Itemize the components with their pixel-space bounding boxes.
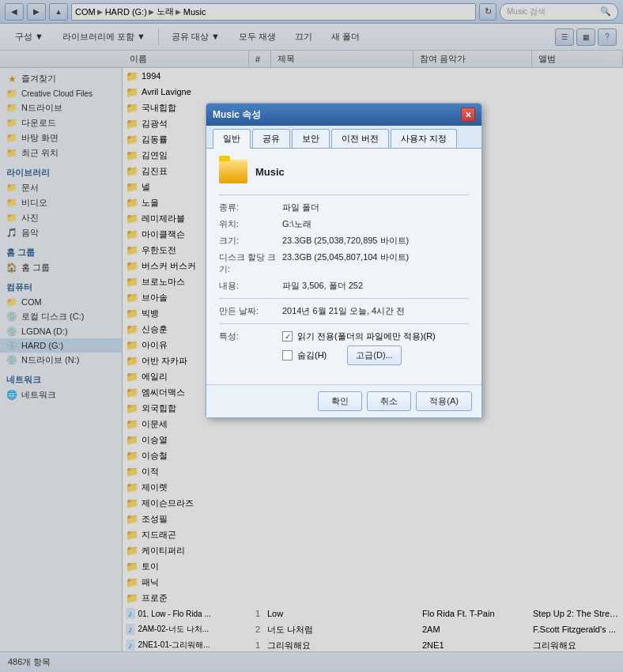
tab-previous-versions[interactable]: 이전 버전 bbox=[331, 129, 389, 148]
checkbox-row-readonly: 읽기 전용(폴더의 파일에만 적용)(R) bbox=[282, 330, 469, 342]
dialog-row-date: 만든 날짜: 2014년 6월 21일 오늘, 4시간 전 bbox=[219, 305, 469, 317]
dialog-row-type: 종류: 파일 폴더 bbox=[219, 202, 469, 213]
readonly-label: 읽기 전용(폴더의 파일에만 적용)(R) bbox=[297, 330, 436, 342]
dialog-folder-header: Music bbox=[219, 160, 469, 183]
dialog-folder-name: Music bbox=[255, 166, 285, 178]
tab-custom[interactable]: 사용자 지정 bbox=[391, 129, 457, 148]
location-label: 위치: bbox=[219, 218, 282, 230]
ok-button[interactable]: 확인 bbox=[318, 391, 362, 411]
size-value: 23.3GB (25,038,720,895 바이트) bbox=[282, 235, 469, 247]
dialog-close-button[interactable]: ✕ bbox=[461, 108, 475, 122]
readonly-checkbox[interactable] bbox=[282, 331, 293, 342]
dialog-row-location: 위치: G:\노래 bbox=[219, 218, 469, 230]
properties-dialog: Music 속성 ✕ 일반 공유 보안 이전 버전 사용자 지정 Music 종… bbox=[206, 103, 482, 418]
hidden-checkbox[interactable] bbox=[282, 350, 293, 361]
location-value: G:\노래 bbox=[282, 218, 469, 230]
advanced-button[interactable]: 고급(D)... bbox=[347, 345, 401, 365]
cancel-button[interactable]: 취소 bbox=[367, 391, 411, 411]
big-folder-icon bbox=[219, 160, 247, 183]
content-label: 내용: bbox=[219, 280, 282, 292]
dialog-row-disksize: 디스크 할당 크기: 23.3GB (25,045,807,104 바이트) bbox=[219, 251, 469, 275]
dialog-tabs: 일반 공유 보안 이전 버전 사용자 지정 bbox=[206, 126, 481, 149]
type-value: 파일 폴더 bbox=[282, 202, 469, 213]
modal-overlay: Music 속성 ✕ 일반 공유 보안 이전 버전 사용자 지정 Music 종… bbox=[0, 0, 623, 672]
separator-2 bbox=[219, 298, 469, 299]
size-label: 크기: bbox=[219, 235, 282, 247]
dialog-row-size: 크기: 23.3GB (25,038,720,895 바이트) bbox=[219, 235, 469, 247]
attr-label: 특성: bbox=[219, 330, 282, 342]
type-label: 종류: bbox=[219, 202, 282, 213]
dialog-actions: 확인 취소 적용(A) bbox=[206, 384, 481, 417]
dialog-body: Music 종류: 파일 폴더 위치: G:\노래 크기: 23.3GB (25… bbox=[206, 149, 481, 384]
disk-size-label: 디스크 할당 크기: bbox=[219, 251, 282, 275]
tab-general[interactable]: 일반 bbox=[213, 129, 251, 149]
apply-button[interactable]: 적용(A) bbox=[416, 391, 472, 411]
dialog-title: Music 속성 bbox=[213, 108, 261, 122]
checkbox-row-hidden: 숨김(H) 고급(D)... bbox=[282, 345, 469, 365]
content-value: 파일 3,506, 폴더 252 bbox=[282, 280, 469, 292]
separator-1 bbox=[219, 194, 469, 195]
disk-size-value: 23.3GB (25,045,807,104 바이트) bbox=[282, 251, 469, 263]
tab-security[interactable]: 보안 bbox=[292, 129, 330, 148]
dialog-title-bar: Music 속성 ✕ bbox=[206, 104, 481, 126]
dialog-row-attributes: 특성: 읽기 전용(폴더의 파일에만 적용)(R) 숨김(H) 고급(D)... bbox=[219, 330, 469, 368]
date-label: 만든 날짜: bbox=[219, 305, 282, 317]
separator-3 bbox=[219, 323, 469, 324]
dialog-row-content: 내용: 파일 3,506, 폴더 252 bbox=[219, 280, 469, 292]
date-value: 2014년 6월 21일 오늘, 4시간 전 bbox=[282, 305, 469, 317]
tab-share[interactable]: 공유 bbox=[252, 129, 290, 148]
hidden-label: 숨김(H) bbox=[297, 349, 327, 361]
